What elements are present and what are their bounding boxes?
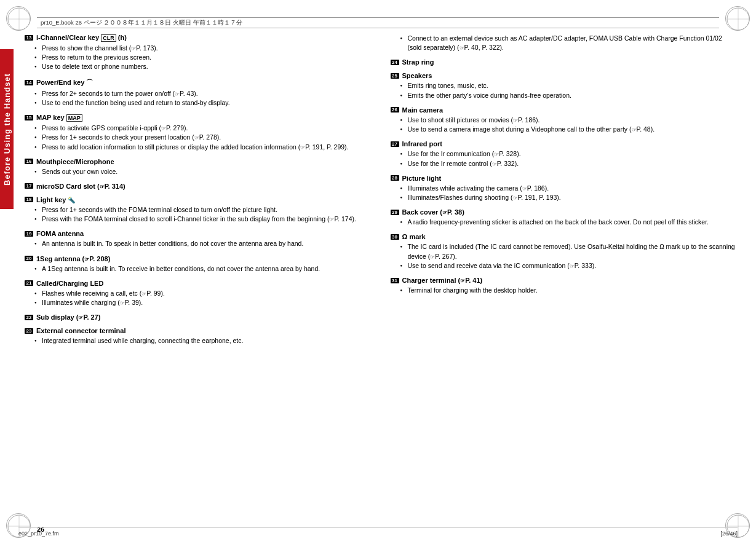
section-19-badge: 19 <box>25 231 33 237</box>
section-29-list: A radio frequency-preventing sticker is … <box>400 218 738 227</box>
section-21-title: 21 Called/Charging LED <box>25 280 372 287</box>
section-24-title: 24 Strap ring <box>391 58 738 66</box>
section-13: 13 i-Channel/Clear key CLR (h) Press to … <box>25 34 372 72</box>
section-21: 21 Called/Charging LED Flashes while rec… <box>25 280 372 307</box>
section-28: 28 Picture light Illuminates while activ… <box>391 175 738 202</box>
section-14-badge: 14 <box>25 80 33 85</box>
list-item: A radio frequency-preventing sticker is … <box>400 218 738 227</box>
section-28-title: 28 Picture light <box>391 175 738 182</box>
section-30-badge: 30 <box>391 234 399 240</box>
list-item: Connect to an external device such as AC… <box>400 34 738 52</box>
section-25-badge: 25 <box>391 73 399 79</box>
section-14: 14 Power/End key ⌒ Press for 2+ seconds … <box>25 78 372 108</box>
section-14-list: Press for 2+ seconds to turn the power o… <box>34 89 372 108</box>
section-19-title: 19 FOMA antenna <box>25 230 372 237</box>
list-item: Use for the Ir communication (☞P. 328). <box>400 149 738 159</box>
section-15-label: MAP key MAP <box>36 114 82 122</box>
section-18-badge: 18 <box>25 197 33 202</box>
section-18-label: Light key 🔦 <box>36 196 75 203</box>
section-13-badge: 13 <box>25 35 33 41</box>
section-31-title: 31 Charger terminal (☞P. 41) <box>391 277 738 284</box>
section-19-list: An antenna is built in. To speak in bett… <box>34 239 372 248</box>
section-18-list: Press for 1+ seconds with the FOMA termi… <box>34 205 372 224</box>
left-column: 13 i-Channel/Clear key CLR (h) Press to … <box>18 34 372 513</box>
section-28-badge: 28 <box>391 175 399 181</box>
section-14-title: 14 Power/End key ⌒ <box>25 78 372 87</box>
list-item: An antenna is built in. To speak in bett… <box>34 239 372 248</box>
section-21-label: Called/Charging LED <box>36 280 103 287</box>
sidebar-tab: Before Using the Handset <box>0 49 14 209</box>
section-22: 22 Sub display (☞P. 27) <box>25 313 372 321</box>
section-13-title: 13 i-Channel/Clear key CLR (h) <box>25 34 372 42</box>
section-23: 23 External connector terminal Integrate… <box>25 327 372 345</box>
section-29-title: 29 Back cover (☞P. 38) <box>391 208 738 216</box>
section-30-list: The IC card is included (The IC card can… <box>400 242 738 270</box>
list-item: Press for 2+ seconds to turn the power o… <box>34 89 372 98</box>
list-item: Press for 1+ seconds to check your prese… <box>34 133 372 142</box>
section-31-badge: 31 <box>391 278 399 283</box>
corner-decoration-tr <box>725 6 750 31</box>
section-15-badge: 15 <box>25 115 33 120</box>
list-item: Integrated terminal used while charging,… <box>34 336 372 345</box>
section-30-label: Ω mark <box>402 233 426 240</box>
list-item: Press for 1+ seconds with the FOMA termi… <box>34 205 372 215</box>
list-item: Press with the FOMA terminal closed to s… <box>34 215 372 224</box>
section-16-label: Mouthpiece/Microphone <box>36 158 114 165</box>
section-25-title: 25 Speakers <box>391 72 738 79</box>
section-18: 18 Light key 🔦 Press for 1+ seconds with… <box>25 196 372 224</box>
section-31-label: Charger terminal (☞P. 41) <box>402 277 483 284</box>
list-item: Press to activate GPS compatible i-αppli… <box>34 124 372 133</box>
section-24-badge: 24 <box>391 60 399 65</box>
section-22-badge: 22 <box>25 315 33 320</box>
section-connector-cont: Connect to an external device such as AC… <box>391 34 738 52</box>
section-28-label: Picture light <box>402 175 442 182</box>
section-20-list: A 1Seg antenna is built in. To receive i… <box>34 264 372 274</box>
section-16-badge: 16 <box>25 159 33 164</box>
list-item: Sends out your own voice. <box>34 167 372 176</box>
section-23-title: 23 External connector terminal <box>25 327 372 334</box>
header-text: pr10_E.book 26 ページ ２００８年１１月１８日 火曜日 午前１１時… <box>41 19 242 27</box>
section-15: 15 MAP key MAP Press to activate GPS com… <box>25 114 372 152</box>
list-item: Use to shoot still pictures or movies (☞… <box>400 116 738 125</box>
footer-right: [26/46] <box>720 530 738 537</box>
section-connector-cont-list: Connect to an external device such as AC… <box>400 34 738 52</box>
main-content: 13 i-Channel/Clear key CLR (h) Press to … <box>18 34 738 513</box>
list-item: Press to return to the previous screen. <box>34 53 372 62</box>
section-21-badge: 21 <box>25 280 33 286</box>
section-24-label: Strap ring <box>402 58 434 66</box>
section-25-label: Speakers <box>402 72 432 79</box>
list-item: Press to show the channel list (☞P. 173)… <box>34 44 372 53</box>
list-item: Use for the Ir remote control (☞P. 332). <box>400 159 738 168</box>
section-28-list: Illuminates while activating the camera … <box>400 184 738 202</box>
list-item: Emits ring tones, music, etc. <box>400 81 738 90</box>
section-14-label: Power/End key ⌒ <box>36 78 93 87</box>
section-31-list: Terminal for charging with the desktop h… <box>400 286 738 295</box>
section-20: 20 1Seg antenna (☞P. 208) A 1Seg antenna… <box>25 255 372 274</box>
section-29: 29 Back cover (☞P. 38) A radio frequency… <box>391 208 738 227</box>
section-26-badge: 26 <box>391 107 399 112</box>
section-19-label: FOMA antenna <box>36 230 84 237</box>
section-20-title: 20 1Seg antenna (☞P. 208) <box>25 255 372 262</box>
section-16-list: Sends out your own voice. <box>34 167 372 176</box>
section-13-list: Press to show the channel list (☞P. 173)… <box>34 44 372 72</box>
list-item: Illuminates while activating the camera … <box>400 184 738 193</box>
section-20-badge: 20 <box>25 256 33 261</box>
section-16-title: 16 Mouthpiece/Microphone <box>25 158 372 165</box>
section-27-label: Infrared port <box>402 140 442 148</box>
right-column: Connect to an external device such as AC… <box>384 34 738 513</box>
header-bar: pr10_E.book 26 ページ ２００８年１１月１８日 火曜日 午前１１時… <box>37 17 719 28</box>
section-26-list: Use to shoot still pictures or movies (☞… <box>400 116 738 134</box>
section-27: 27 Infrared port Use for the Ir communic… <box>391 140 738 168</box>
section-16: 16 Mouthpiece/Microphone Sends out your … <box>25 158 372 176</box>
section-23-label: External connector terminal <box>36 327 126 334</box>
section-25-list: Emits ring tones, music, etc. Emits the … <box>400 81 738 100</box>
section-17-title: 17 microSD Card slot (☞P. 314) <box>25 183 372 190</box>
list-item: Illuminates/Flashes during shooting (☞P.… <box>400 193 738 202</box>
section-15-list: Press to activate GPS compatible i-αppli… <box>34 124 372 152</box>
list-item: Use to send and receive data via the iC … <box>400 261 738 270</box>
section-15-title: 15 MAP key MAP <box>25 114 372 122</box>
list-item: Emits the other party's voice during han… <box>400 91 738 100</box>
section-30-title: 30 Ω mark <box>391 233 738 240</box>
section-27-title: 27 Infrared port <box>391 140 738 148</box>
section-26-title: 26 Main camera <box>391 106 738 114</box>
